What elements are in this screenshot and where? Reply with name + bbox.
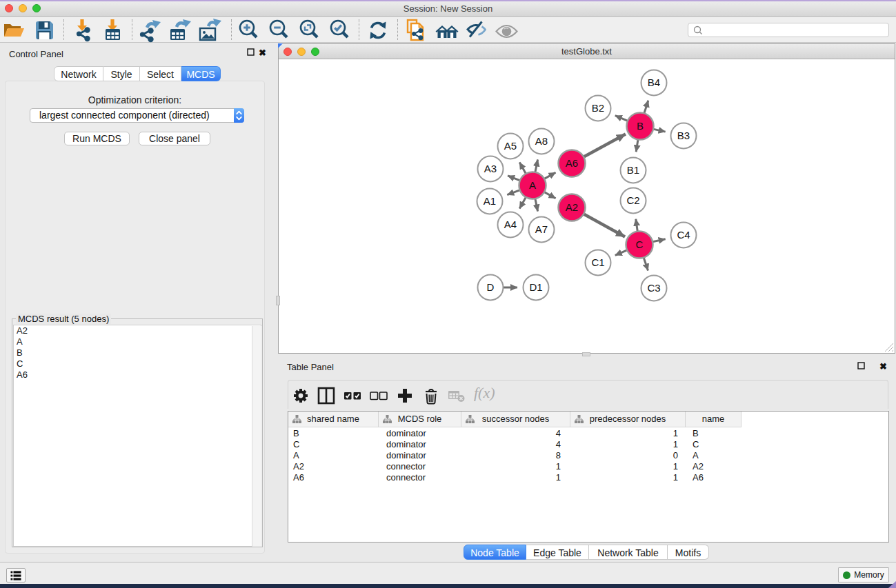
svg-text:D1: D1 xyxy=(529,281,542,293)
svg-text:C2: C2 xyxy=(626,194,639,206)
svg-text:A7: A7 xyxy=(535,223,548,235)
svg-text:D: D xyxy=(487,281,495,293)
svg-text:A1: A1 xyxy=(484,195,496,207)
svg-text:A3: A3 xyxy=(484,163,497,174)
svg-text:C1: C1 xyxy=(591,256,604,268)
svg-text:B2: B2 xyxy=(592,102,604,114)
svg-text:C: C xyxy=(636,239,644,250)
svg-text:A2: A2 xyxy=(566,201,578,213)
svg-text:B3: B3 xyxy=(677,130,690,141)
svg-text:C3: C3 xyxy=(647,282,660,294)
svg-text:C4: C4 xyxy=(677,229,690,241)
svg-text:A5: A5 xyxy=(504,140,517,152)
svg-text:A6: A6 xyxy=(566,157,578,169)
svg-text:A: A xyxy=(529,179,536,191)
svg-text:A4: A4 xyxy=(504,219,517,230)
svg-text:B: B xyxy=(637,120,644,132)
svg-text:A8: A8 xyxy=(535,135,548,147)
svg-text:B4: B4 xyxy=(648,77,660,88)
svg-text:B1: B1 xyxy=(627,164,639,176)
